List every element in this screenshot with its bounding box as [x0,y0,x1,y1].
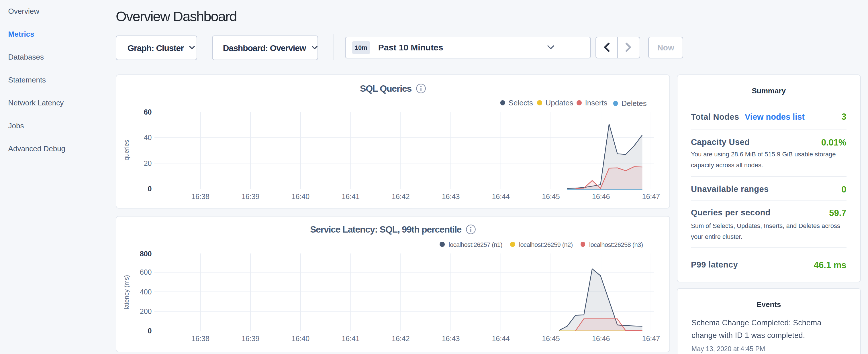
svg-text:200: 200 [140,307,152,315]
svg-text:16:44: 16:44 [492,334,510,343]
svg-text:16:38: 16:38 [191,192,210,200]
svg-text:16:39: 16:39 [242,192,260,200]
svg-text:16:39: 16:39 [242,334,260,343]
svg-text:16:45: 16:45 [542,192,560,200]
svg-text:16:47: 16:47 [642,334,660,343]
svg-text:0: 0 [148,327,152,335]
svg-text:16:46: 16:46 [592,192,610,200]
svg-text:latency (ms): latency (ms) [123,275,130,309]
svg-text:16:42: 16:42 [392,192,410,200]
svg-text:16:46: 16:46 [592,334,610,343]
svg-text:16:43: 16:43 [442,334,460,343]
svg-text:queries: queries [123,140,130,160]
svg-text:16:45: 16:45 [542,334,560,343]
svg-text:16:41: 16:41 [342,334,360,343]
svg-text:16:43: 16:43 [442,192,460,200]
svg-text:16:44: 16:44 [492,192,510,200]
svg-text:400: 400 [140,288,152,296]
svg-text:16:41: 16:41 [342,192,360,200]
svg-text:16:42: 16:42 [392,334,410,343]
svg-text:0: 0 [148,185,152,193]
svg-text:16:40: 16:40 [291,334,309,343]
svg-text:800: 800 [140,250,152,258]
svg-text:20: 20 [144,159,152,167]
svg-text:60: 60 [144,108,152,116]
svg-text:16:47: 16:47 [642,192,660,200]
svg-text:600: 600 [140,268,152,276]
svg-text:40: 40 [144,133,152,141]
svg-text:16:40: 16:40 [291,192,309,200]
svg-text:16:38: 16:38 [191,334,210,343]
